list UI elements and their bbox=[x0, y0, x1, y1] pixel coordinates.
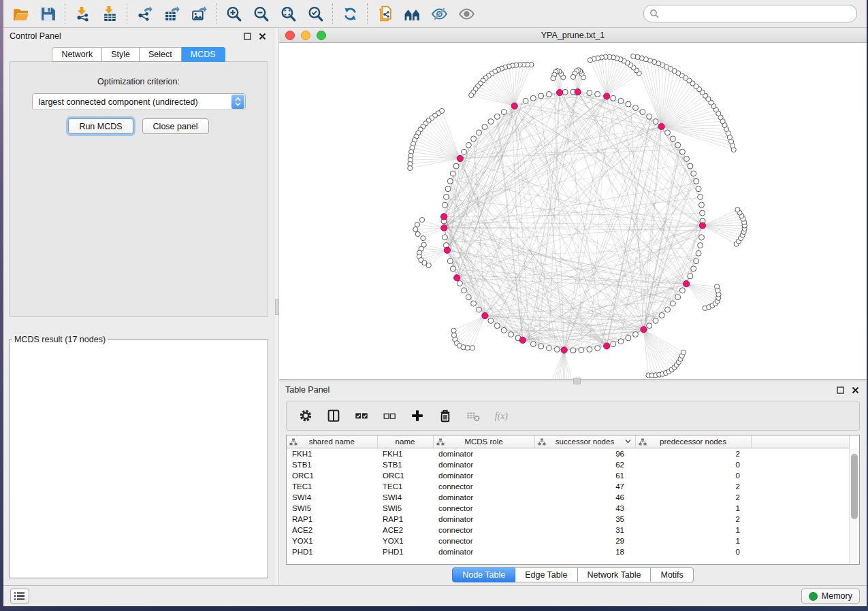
network-node[interactable] bbox=[679, 149, 685, 154]
network-node[interactable] bbox=[633, 332, 639, 337]
network-node[interactable] bbox=[477, 130, 482, 135]
cell-shared-name[interactable]: ORC1 bbox=[287, 470, 377, 481]
satellite-node[interactable] bbox=[426, 263, 431, 267]
cell-shared-name[interactable]: PHD1 bbox=[287, 546, 377, 557]
satellite-node[interactable] bbox=[551, 76, 556, 81]
satellite-node[interactable] bbox=[735, 208, 740, 212]
dominator-node[interactable] bbox=[575, 89, 581, 95]
float-panel-icon[interactable] bbox=[835, 384, 846, 395]
network-node[interactable] bbox=[670, 136, 675, 142]
network-node[interactable] bbox=[633, 105, 639, 111]
show-all-button[interactable] bbox=[456, 3, 477, 24]
cell-MCDS-role[interactable]: connector bbox=[433, 481, 534, 492]
network-node[interactable] bbox=[647, 114, 652, 119]
tab-motifs[interactable]: Motifs bbox=[651, 567, 693, 582]
network-node[interactable] bbox=[445, 186, 451, 192]
network-node[interactable] bbox=[691, 171, 696, 176]
deselect-all-button[interactable] bbox=[381, 408, 398, 424]
network-node[interactable] bbox=[670, 301, 675, 306]
column-header-successor-nodes[interactable]: successor nodes bbox=[534, 435, 635, 448]
horizontal-splitter[interactable] bbox=[279, 380, 867, 382]
cell-name[interactable]: PHD1 bbox=[377, 546, 433, 557]
satellite-node[interactable] bbox=[451, 328, 456, 333]
satellite-node[interactable] bbox=[470, 346, 475, 350]
network-node[interactable] bbox=[618, 339, 624, 344]
network-node[interactable] bbox=[665, 307, 671, 312]
close-panel-icon[interactable] bbox=[850, 384, 861, 395]
dominator-node[interactable] bbox=[561, 347, 567, 353]
network-node[interactable] bbox=[466, 142, 471, 148]
table-scrollbar[interactable] bbox=[849, 448, 859, 564]
cell-shared-name[interactable]: FKH1 bbox=[287, 448, 377, 460]
network-node[interactable] bbox=[595, 346, 600, 351]
open-session-button[interactable] bbox=[10, 3, 31, 24]
network-node[interactable] bbox=[700, 210, 705, 216]
dominator-node[interactable] bbox=[441, 214, 447, 220]
cell-successor-nodes[interactable]: 29 bbox=[534, 535, 635, 546]
network-node[interactable] bbox=[587, 90, 592, 96]
cell-name[interactable]: YOX1 bbox=[377, 535, 433, 546]
table-row[interactable]: YOX1YOX1connector291 bbox=[287, 535, 850, 546]
satellite-node[interactable] bbox=[465, 346, 470, 350]
delete-column-button[interactable] bbox=[437, 408, 453, 424]
network-node[interactable] bbox=[570, 348, 576, 353]
network-node[interactable] bbox=[443, 194, 449, 199]
satellite-node[interactable] bbox=[631, 54, 636, 59]
export-image-button[interactable] bbox=[189, 3, 209, 24]
network-titlebar[interactable]: YPA_prune.txt_1 bbox=[279, 28, 867, 43]
cell-predecessor-nodes[interactable]: 2 bbox=[635, 514, 751, 525]
satellite-node[interactable] bbox=[681, 350, 686, 354]
share-document-button[interactable] bbox=[374, 3, 395, 24]
network-node[interactable] bbox=[653, 318, 658, 323]
apply-layout-button[interactable] bbox=[340, 3, 360, 24]
network-node[interactable] bbox=[653, 119, 658, 125]
network-node[interactable] bbox=[462, 288, 467, 293]
network-node[interactable] bbox=[482, 125, 487, 130]
network-node[interactable] bbox=[471, 136, 477, 142]
network-node[interactable] bbox=[443, 235, 448, 240]
table-row[interactable]: STB1STB1dominator620 bbox=[287, 459, 850, 470]
tab-edge-table[interactable]: Edge Table bbox=[515, 567, 577, 582]
cell-MCDS-role[interactable]: connector bbox=[433, 525, 534, 535]
cell-predecessor-nodes[interactable]: 2 bbox=[635, 481, 751, 492]
network-node[interactable] bbox=[647, 323, 652, 329]
network-node[interactable] bbox=[471, 301, 477, 306]
cell-MCDS-role[interactable]: dominator bbox=[433, 514, 534, 525]
column-header-predecessor-nodes[interactable]: predecessor nodes bbox=[635, 435, 751, 448]
network-node[interactable] bbox=[539, 344, 544, 349]
cell-successor-nodes[interactable]: 43 bbox=[534, 503, 635, 514]
column-header-MCDS-role[interactable]: MCDS role bbox=[433, 435, 534, 448]
float-panel-icon[interactable] bbox=[242, 31, 253, 42]
run-mcds-button[interactable]: Run MCDS bbox=[68, 118, 133, 134]
network-node[interactable] bbox=[640, 110, 645, 115]
cell-name[interactable]: FKH1 bbox=[377, 448, 433, 460]
network-node[interactable] bbox=[450, 266, 455, 271]
add-column-button[interactable] bbox=[409, 408, 425, 424]
tab-network-table[interactable]: Network Table bbox=[578, 567, 652, 582]
select-all-button[interactable] bbox=[353, 408, 370, 424]
export-network-button[interactable] bbox=[134, 3, 155, 24]
zoom-fit-button[interactable] bbox=[278, 3, 298, 24]
network-node[interactable] bbox=[466, 295, 471, 300]
cell-MCDS-role[interactable]: connector bbox=[433, 535, 534, 546]
dominator-node[interactable] bbox=[658, 123, 664, 129]
cell-MCDS-role[interactable]: dominator bbox=[433, 546, 534, 557]
cell-name[interactable]: STB1 bbox=[377, 459, 433, 470]
network-node[interactable] bbox=[562, 89, 568, 95]
cell-predecessor-nodes[interactable]: 1 bbox=[635, 503, 751, 514]
cell-successor-nodes[interactable]: 47 bbox=[534, 481, 635, 492]
network-node[interactable] bbox=[694, 178, 699, 184]
cell-successor-nodes[interactable]: 62 bbox=[534, 459, 635, 470]
network-node[interactable] bbox=[691, 266, 696, 271]
network-node[interactable] bbox=[698, 194, 703, 199]
dominator-node[interactable] bbox=[604, 93, 610, 99]
table-row[interactable]: ACE2ACE2connector311 bbox=[287, 525, 850, 535]
network-node[interactable] bbox=[694, 259, 699, 264]
network-node[interactable] bbox=[447, 259, 453, 264]
network-canvas[interactable] bbox=[279, 43, 867, 379]
splitter-grip[interactable] bbox=[573, 378, 581, 384]
cell-predecessor-nodes[interactable]: 1 bbox=[635, 525, 751, 535]
satellite-node[interactable] bbox=[415, 222, 419, 227]
table-row[interactable]: FKH1FKH1dominator962 bbox=[287, 448, 850, 460]
import-table-button[interactable] bbox=[99, 3, 120, 24]
